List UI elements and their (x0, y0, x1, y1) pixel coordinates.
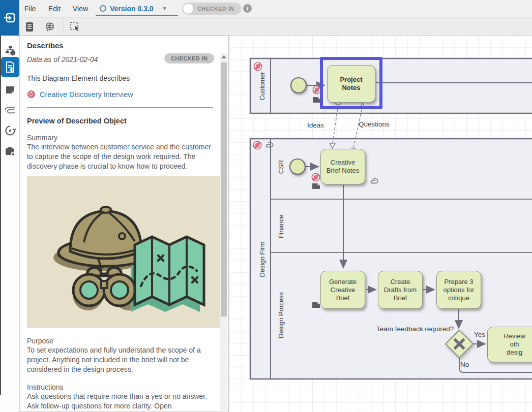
purpose-label: Purpose (27, 337, 213, 345)
instructions-text: Ask questions that require more than a y… (27, 392, 216, 411)
panel-title: Describes (27, 41, 213, 50)
start-event-csr[interactable] (290, 159, 305, 174)
pool-label-design-firm: Design Firm (258, 238, 266, 281)
window-edge (0, 36, 1, 395)
summary-text: The interview between customer service a… (27, 142, 216, 171)
menu-view[interactable]: View (73, 5, 88, 13)
summary-label: Summary (27, 134, 213, 142)
lane-label-csr: CSR (277, 157, 285, 177)
task-create-drafts[interactable]: Create Drafts from Brief (378, 271, 423, 309)
message-label-ideas: Ideas (307, 121, 324, 129)
top-bar: File Edit View Version 0.3.0 ▼ CHECKED I… (0, 0, 532, 36)
task-prepare-options[interactable]: Prepare 3 options for critique (436, 271, 481, 309)
lane-label-finance: Finance (277, 211, 285, 242)
app-logo[interactable] (0, 0, 19, 36)
message-label-questions: Questions (359, 120, 390, 128)
toolbar (19, 17, 532, 36)
checked-in-badge: CHECKED IN (164, 53, 214, 64)
preview-heading: Preview of Described Object (27, 117, 213, 125)
instructions-label: Instructions (27, 383, 213, 391)
scrollbar-thumb[interactable] (221, 62, 227, 316)
reuse-pink-icon (27, 90, 36, 99)
toolbar-separator (64, 19, 64, 34)
history-icon[interactable] (2, 122, 18, 139)
gateway-question-label: Team feedback required? (376, 325, 453, 333)
described-object-link[interactable]: Creative Discovery Interview (40, 90, 133, 99)
start-event-customer[interactable] (291, 78, 306, 93)
lane-label-design-process: Design Process (277, 290, 285, 341)
chevron-down-icon: ▼ (162, 6, 167, 11)
preview-illustration (27, 176, 221, 328)
checked-in-label: CHECKED IN (197, 6, 234, 12)
task-review-designs[interactable]: Review oth desig (487, 327, 532, 362)
scroll-up-arrow[interactable] (221, 55, 226, 58)
version-state-icon (100, 5, 106, 12)
attachments-icon[interactable] (2, 102, 18, 118)
describes-panel-icon[interactable] (1, 57, 19, 77)
purpose-text: To set expectations and fully understand… (27, 345, 216, 374)
menu-edit[interactable]: Edit (48, 5, 61, 13)
describes-intro: This Diagram Element describes (27, 74, 213, 82)
menu-bar: File Edit View Version 0.3.0 ▼ CHECKED I… (19, 0, 532, 17)
version-label: Version 0.3.0 (110, 5, 154, 13)
marquee-select-icon[interactable] (69, 21, 81, 33)
info-icon[interactable]: i (243, 4, 252, 13)
described-object-row[interactable]: Creative Discovery Interview (27, 90, 213, 99)
panel-scrollbar[interactable] (220, 53, 227, 412)
pool-label-customer: Customer (258, 66, 266, 107)
document-tool-icon[interactable] (23, 21, 36, 33)
task-creative-brief-notes[interactable]: Creative Brief Notes (320, 149, 365, 184)
task-project-notes[interactable]: Project Notes (327, 65, 375, 103)
diagram-canvas[interactable]: Project Notes Creative Brief Notes Gener… (229, 36, 532, 412)
no-label: No (460, 361, 469, 368)
panel-divider (27, 107, 213, 108)
notes-icon[interactable] (2, 81, 18, 98)
task-generate-creative-brief[interactable]: Generate Creative Brief (320, 271, 365, 309)
version-selector[interactable]: Version 0.3.0 ▼ (96, 2, 178, 16)
checked-in-toggle[interactable]: CHECKED IN (182, 3, 241, 15)
toggle-knob (183, 3, 194, 14)
governance-icon[interactable] (2, 143, 18, 160)
menu-file[interactable]: File (24, 5, 36, 13)
model-settings-icon[interactable] (2, 42, 18, 58)
yes-label: Yes (474, 331, 485, 338)
describes-panel: Describes Data as of 2021-02-04 This Dia… (20, 36, 229, 412)
comment-globe-icon[interactable] (44, 21, 56, 33)
